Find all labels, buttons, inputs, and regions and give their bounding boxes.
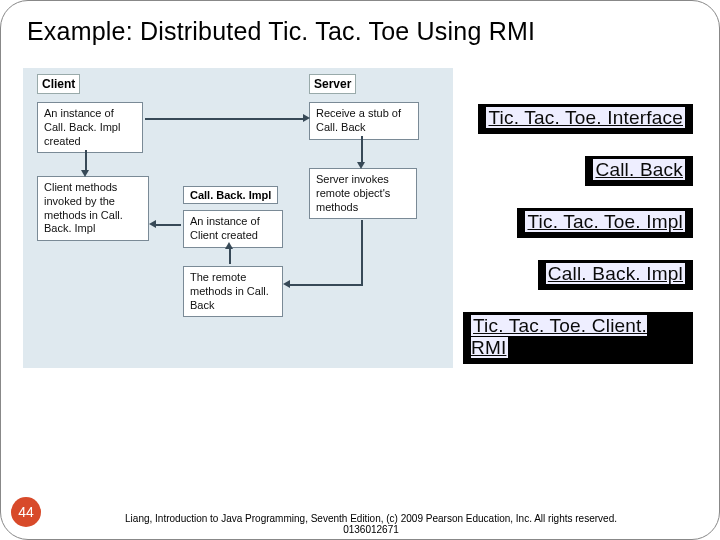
arrow-seg <box>361 136 363 164</box>
arrow-head-icon <box>283 280 290 288</box>
arrow-head-icon <box>303 114 310 122</box>
class-button-label: Tic. Tac. Toe. Impl <box>525 211 685 232</box>
class-button-callback[interactable]: Call. Back <box>585 156 693 186</box>
arrow-seg <box>153 224 181 226</box>
box-srv-invoke: Server invokes remote object's methods <box>309 168 417 219</box>
arrow-seg <box>85 150 87 172</box>
class-button-column: Tic. Tac. Toe. Interface Call. Back Tic.… <box>463 104 693 364</box>
class-button-impl[interactable]: Tic. Tac. Toe. Impl <box>517 208 693 238</box>
arrow-seg <box>145 118 305 120</box>
arrow-head-icon <box>357 162 365 169</box>
class-button-clientrmi[interactable]: Tic. Tac. Toe. Client. RMI <box>463 312 693 364</box>
arrow-head-icon <box>81 170 89 177</box>
slide-title: Example: Distributed Tic. Tac. Toe Using… <box>27 17 697 46</box>
box-cb-instance: An instance of Client created <box>183 210 283 248</box>
class-button-interface[interactable]: Tic. Tac. Toe. Interface <box>478 104 693 134</box>
copyright-text: Liang, Introduction to Java Programming,… <box>121 513 621 535</box>
class-button-label: Tic. Tac. Toe. Client. RMI <box>471 315 647 358</box>
rmi-diagram: Client Server An instance of Call. Back.… <box>23 68 453 368</box>
page-number: 44 <box>18 504 34 520</box>
box-client-instance: An instance of Call. Back. Impl created <box>37 102 143 153</box>
diagram-header-server: Server <box>309 74 356 94</box>
box-client-methods: Client methods invoked by the methods in… <box>37 176 149 241</box>
class-button-label: Tic. Tac. Toe. Interface <box>486 107 685 128</box>
page-number-badge: 44 <box>11 497 41 527</box>
content-area: Client Server An instance of Call. Back.… <box>23 56 697 486</box>
diagram-header-callbackimpl: Call. Back. Impl <box>183 186 278 204</box>
box-cb-remote: The remote methods in Call. Back <box>183 266 283 317</box>
box-srv-receive: Receive a stub of Call. Back <box>309 102 419 140</box>
arrow-head-icon <box>149 220 156 228</box>
diagram-header-client: Client <box>37 74 80 94</box>
class-button-label: Call. Back <box>593 159 685 180</box>
class-button-label: Call. Back. Impl <box>546 263 685 284</box>
class-button-callbackimpl[interactable]: Call. Back. Impl <box>538 260 693 290</box>
arrow-seg <box>287 284 363 286</box>
arrow-head-icon <box>225 242 233 249</box>
slide-frame: Example: Distributed Tic. Tac. Toe Using… <box>0 0 720 540</box>
arrow-seg <box>361 220 363 286</box>
